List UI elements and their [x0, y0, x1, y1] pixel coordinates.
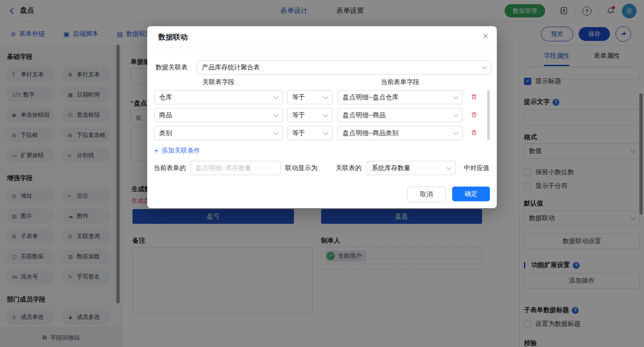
trash-icon: [471, 93, 477, 100]
display-as-label: 联动显示为: [285, 161, 317, 175]
delete-condition-button[interactable]: [471, 129, 477, 138]
current-form-label: 当前表单的: [154, 161, 186, 175]
related-field-select[interactable]: 系统库存数量: [367, 161, 456, 175]
chevron-down-icon: [273, 94, 278, 99]
chevron-down-icon: [453, 94, 458, 99]
modal-header: 数据联动 ×: [147, 26, 497, 48]
column-header-right: 当前表单字段: [338, 78, 463, 86]
operator-select[interactable]: 等于: [287, 90, 333, 104]
current-form-field-select[interactable]: 盘点明细--商品类别: [338, 126, 463, 140]
related-table-field-select[interactable]: 仓库: [154, 90, 283, 104]
modal-title: 数据联动: [158, 26, 188, 48]
plus-icon: +: [154, 148, 158, 154]
chevron-down-icon: [453, 130, 458, 135]
close-icon[interactable]: ×: [483, 30, 489, 43]
cancel-button[interactable]: 取消: [407, 187, 446, 202]
condition-rows: 仓库等于盘点明细--盘点仓库商品等于盘点明细--商品类别等于盘点明细--商品类别: [154, 90, 490, 144]
delete-condition-button[interactable]: [471, 111, 477, 120]
confirm-button[interactable]: 确定: [452, 187, 490, 201]
chevron-down-icon: [273, 130, 278, 135]
trash-icon: [471, 111, 477, 118]
linked-table-select[interactable]: 产品库存统计聚合表: [197, 60, 491, 74]
condition-row: 仓库等于盘点明细--盘点仓库: [154, 90, 490, 104]
related-table-label: 关联表的: [336, 161, 362, 175]
add-condition-link[interactable]: + 添加关联条件: [154, 147, 200, 155]
form-designer-app: 盘点 表单设计 表单设置 数据管理 ? 存 ⊘表单外链▣后端脚本▤数据权限 预览: [0, 0, 644, 347]
chevron-down-icon: [482, 64, 487, 69]
current-form-field-select[interactable]: 盘点明细--盘点仓库: [338, 90, 463, 104]
operator-select[interactable]: 等于: [287, 126, 333, 140]
conditions-scrollbar[interactable]: [487, 90, 490, 140]
chevron-down-icon: [323, 130, 328, 135]
delete-condition-button[interactable]: [471, 93, 477, 102]
condition-row: 类别等于盘点明细--商品类别: [154, 126, 490, 140]
current-field-input[interactable]: 盘点明细--库存数量: [190, 161, 281, 175]
condition-row: 商品等于盘点明细--商品: [154, 108, 490, 122]
related-table-field-select[interactable]: 类别: [154, 126, 283, 140]
operator-select[interactable]: 等于: [287, 108, 333, 122]
chevron-down-icon: [273, 112, 278, 117]
current-form-field-select[interactable]: 盘点明细--商品: [338, 108, 463, 122]
chevron-down-icon: [323, 112, 328, 117]
chevron-down-icon: [446, 165, 451, 170]
trash-icon: [471, 129, 477, 136]
chevron-down-icon: [323, 94, 328, 99]
value-suffix-label: 中对应值: [464, 161, 489, 175]
data-linkage-modal: 数据联动 × 数据关联表 产品库存统计聚合表 关联表字段 当前表单字段 仓库等于…: [147, 26, 497, 208]
linked-table-label: 数据关联表: [155, 60, 188, 74]
related-table-field-select[interactable]: 商品: [154, 108, 283, 122]
column-header-left: 关联表字段: [154, 78, 283, 86]
linkage-mapping-row: 当前表单的 盘点明细--库存数量 联动显示为 关联表的 系统库存数量 中对应值: [154, 161, 490, 175]
chevron-down-icon: [453, 112, 458, 117]
